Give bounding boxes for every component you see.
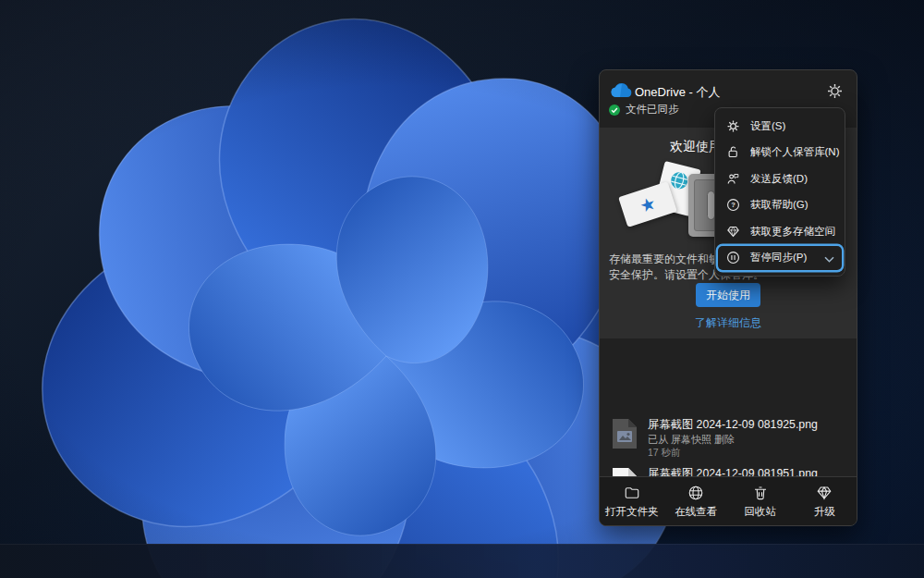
globe-icon <box>687 485 704 501</box>
onedrive-cloud-icon <box>610 82 632 98</box>
diamond-icon <box>726 225 740 239</box>
menu-item-label: 暂停同步(P) <box>750 251 807 264</box>
trash-icon <box>752 485 769 501</box>
folder-icon <box>624 485 640 501</box>
menu-item-label: 解锁个人保管库(N) <box>750 145 839 159</box>
desktop: OneDrive - 个人 文件已同步 欢迎使用个人保管库 <box>0 0 924 578</box>
upgrade-button[interactable]: 升级 <box>794 485 855 519</box>
file-time: 17 秒前 <box>648 447 681 460</box>
file-action: 已从 屏幕快照 删除 <box>648 433 735 447</box>
action-prefix: 已从 <box>648 434 668 445</box>
open-folder-button[interactable]: 打开文件夹 <box>602 485 663 519</box>
taskbar: 搜索 ✂ <box>0 544 924 578</box>
footer-label: 在线查看 <box>675 505 717 519</box>
menu-item-settings[interactable]: 设置(S) <box>715 113 845 140</box>
learn-more-link[interactable]: 了解详细信息 <box>600 315 857 331</box>
sync-success-icon <box>609 105 620 116</box>
menu-item-unlock-vault[interactable]: 解锁个人保管库(N) <box>715 140 845 166</box>
menu-item-pause-sync[interactable]: 暂停同步(P) <box>718 246 842 271</box>
footer-label: 升级 <box>814 505 835 519</box>
footer-label: 回收站 <box>745 505 777 519</box>
sync-status-text: 文件已同步 <box>626 103 679 117</box>
onedrive-panel-title: OneDrive - 个人 <box>635 84 720 101</box>
activity-item[interactable]: 屏幕截图 2024-12-09 081925.png 已从 屏幕快照 删除 17… <box>600 412 857 461</box>
action-target: 屏幕快照 <box>671 434 711 445</box>
menu-item-label: 设置(S) <box>750 119 785 133</box>
question-glyph: ? <box>731 202 736 210</box>
get-started-button[interactable]: 开始使用 <box>696 283 760 307</box>
ticket-star-icon: ★ <box>638 193 658 215</box>
menu-item-label: 获取更多存储空间 <box>750 225 835 239</box>
pause-icon <box>726 251 740 264</box>
file-name: 屏幕截图 2024-12-09 081925.png <box>648 417 818 433</box>
recycle-bin-button[interactable]: 回收站 <box>730 485 791 519</box>
help-icon: ? <box>726 198 740 212</box>
action-suffix: 删除 <box>714 434 735 445</box>
deleted-image-file-icon <box>612 418 638 449</box>
menu-item-send-feedback[interactable]: 发送反馈(D) <box>715 166 845 192</box>
menu-item-label: 获取帮助(G) <box>750 198 808 212</box>
chevron-down-icon <box>824 256 834 263</box>
feedback-icon <box>726 172 740 186</box>
diamond-icon <box>816 485 833 501</box>
footer-label: 打开文件夹 <box>605 505 659 519</box>
settings-gear-icon[interactable] <box>826 82 844 100</box>
menu-item-get-help[interactable]: ? 获取帮助(G) <box>715 192 845 219</box>
menu-item-label: 发送反馈(D) <box>750 172 808 186</box>
onedrive-context-menu: 设置(S) 解锁个人保管库(N) 发送反馈(D) ? 获取帮助(G) <box>714 107 845 277</box>
view-online-button[interactable]: 在线查看 <box>665 485 726 519</box>
gear-icon <box>726 119 740 133</box>
vault-ticket-illustration: ★ <box>618 181 677 228</box>
menu-item-get-more-storage[interactable]: 获取更多存储空间 <box>715 218 845 245</box>
sync-status: 文件已同步 <box>609 103 679 117</box>
flyout-footer: 打开文件夹 在线查看 回收站 升级 <box>600 476 857 526</box>
unlock-icon <box>726 145 740 159</box>
